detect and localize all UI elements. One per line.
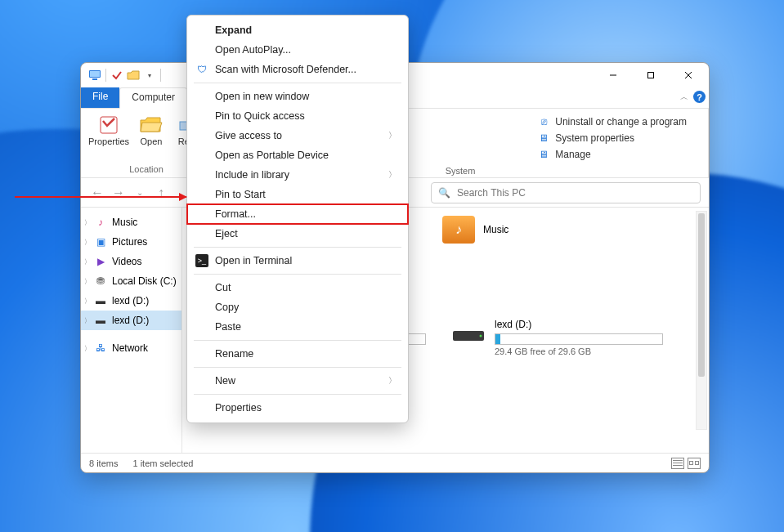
drive-free-text: 29.4 GB free of 29.6 GB (495, 345, 663, 356)
ctx-pin-to-start[interactable]: Pin to Start (187, 185, 408, 204)
drive-usage-bar (495, 333, 663, 345)
expand-caret-icon[interactable]: 〉 (84, 218, 91, 227)
ribbon-manage[interactable]: 🖥Manage (537, 148, 687, 161)
expand-caret-icon[interactable]: 〉 (84, 238, 91, 247)
sidebar-item-pictures[interactable]: 〉▣Pictures (81, 232, 181, 252)
ribbon-properties-label: Properties (88, 136, 129, 146)
ctx-paste[interactable]: Paste (187, 317, 408, 337)
folder-qat-icon[interactable] (126, 68, 141, 83)
ctx-cut[interactable]: Cut (187, 278, 408, 297)
expand-caret-icon[interactable]: 〉 (84, 344, 91, 353)
ctx-item-label: Include in library (215, 169, 289, 181)
tab-file[interactable]: File (81, 87, 119, 108)
expand-caret-icon[interactable]: 〉 (84, 316, 91, 325)
quick-access-toolbar: ▾ (83, 68, 163, 83)
network-icon: 🖧 (94, 342, 107, 355)
search-box[interactable]: 🔍 Search This PC (431, 182, 701, 203)
vertical-scrollbar[interactable] (696, 211, 707, 430)
ctx-open-autoplay[interactable]: Open AutoPlay... (187, 40, 408, 60)
expand-caret-icon[interactable]: 〉 (84, 257, 91, 266)
ribbon-open[interactable]: Open (132, 112, 171, 146)
drive-lexd-d-[interactable]: lexd (D:)29.4 GB free of 29.6 GB (450, 319, 663, 356)
ctx-rename[interactable]: Rename (187, 344, 408, 364)
expand-caret-icon[interactable]: 〉 (84, 277, 91, 286)
qat-dropdown-icon[interactable]: ▾ (142, 68, 157, 83)
ctx-item-label: Eject (215, 228, 238, 239)
ctx-item-label: Rename (215, 348, 253, 360)
sidebar-item-lexd-d-[interactable]: 〉▬lexd (D:) (81, 311, 181, 330)
context-separator (194, 394, 401, 395)
ribbon-open-label: Open (141, 136, 163, 146)
collapse-ribbon-icon[interactable]: ︿ (680, 92, 688, 103)
icons-view-button[interactable] (688, 458, 701, 469)
help-icon[interactable]: ? (693, 91, 706, 103)
ctx-item-label: Properties (215, 402, 262, 414)
ctx-item-label: Open in Terminal (215, 255, 292, 266)
music-icon: ♪ (94, 216, 107, 229)
sidebar-item-network[interactable]: 〉🖧Network (81, 338, 181, 358)
videos-icon: ▶ (94, 255, 107, 268)
monitor-icon[interactable] (87, 68, 102, 83)
ctx-scan-with-microsoft-defender[interactable]: 🛡Scan with Microsoft Defender... (187, 60, 408, 79)
ctx-eject[interactable]: Eject (187, 224, 408, 244)
usb-icon: ▬ (94, 294, 107, 307)
sidebar-item-music[interactable]: 〉♪Music (81, 212, 181, 232)
context-separator (194, 274, 401, 275)
window-controls (594, 63, 707, 87)
ctx-copy[interactable]: Copy (187, 297, 408, 317)
details-view-button[interactable] (671, 458, 684, 469)
status-bar: 8 items 1 item selected (81, 453, 709, 472)
ctx-new[interactable]: New〉 (187, 371, 408, 391)
uninstall-icon: ⎚ (537, 115, 550, 128)
svg-rect-2 (92, 78, 97, 80)
manage-icon: 🖥 (537, 148, 550, 161)
expand-caret-icon[interactable]: 〉 (84, 297, 91, 306)
check-icon[interactable] (110, 68, 124, 83)
ctx-open-as-portable-device[interactable]: Open as Portable Device (187, 145, 408, 165)
context-separator (194, 367, 401, 368)
ctx-open-in-new-window[interactable]: Open in new window (187, 87, 408, 106)
folder-music[interactable]: ♪Music (442, 212, 647, 247)
terminal-icon: >_ (195, 254, 208, 267)
maximize-button[interactable] (632, 63, 670, 87)
sidebar-item-videos[interactable]: 〉▶Videos (81, 252, 181, 271)
ctx-item-label: Give access to (215, 130, 282, 141)
ctx-item-label: Copy (215, 302, 239, 313)
ctx-item-label: Scan with Microsoft Defender... (215, 64, 356, 75)
ctx-item-label: Paste (215, 321, 241, 333)
usb-icon: ▬ (94, 314, 107, 327)
minimize-button[interactable] (594, 63, 632, 87)
sidebar-item-lexd-d-[interactable]: 〉▬lexd (D:) (81, 291, 181, 311)
ctx-include-in-library[interactable]: Include in library〉 (187, 165, 408, 185)
ctx-format[interactable]: Format... (187, 204, 408, 224)
ctx-item-label: Cut (215, 282, 231, 293)
nav-pane: 〉♪Music〉▣Pictures〉▶Videos〉⛃Local Disk (C… (81, 208, 182, 453)
context-separator (194, 340, 401, 341)
sidebar-item-label: Local Disk (C:) (112, 275, 177, 287)
ctx-expand[interactable]: Expand (187, 20, 408, 40)
sidebar-item-local-disk-c-[interactable]: 〉⛃Local Disk (C:) (81, 271, 181, 291)
sidebar-item-label: Pictures (112, 236, 147, 248)
ctx-item-label: New (215, 375, 235, 387)
scrollbar-thumb[interactable] (698, 213, 705, 377)
status-selected-count: 1 item selected (132, 458, 193, 468)
ribbon-uninstall[interactable]: ⎚Uninstall or change a program (537, 115, 687, 128)
folder-open-icon (139, 114, 164, 136)
sidebar-item-label: Videos (112, 256, 141, 267)
tab-computer[interactable]: Computer (119, 87, 187, 109)
sidebar-item-label: Network (112, 342, 148, 354)
close-button[interactable] (670, 63, 707, 87)
annotation-arrow (15, 196, 186, 198)
sidebar-item-label: lexd (D:) (112, 295, 149, 306)
context-menu: ExpandOpen AutoPlay...🛡Scan with Microso… (186, 15, 409, 423)
pictures-icon: ▣ (94, 235, 107, 248)
drive-icon (450, 319, 486, 345)
ctx-open-in-terminal[interactable]: >_Open in Terminal (187, 251, 408, 270)
ctx-item-label: Pin to Start (215, 189, 266, 200)
ctx-properties[interactable]: Properties (187, 398, 408, 418)
ribbon-properties[interactable]: Properties (89, 112, 128, 146)
ctx-give-access-to[interactable]: Give access to〉 (187, 126, 408, 145)
ctx-pin-to-quick-access[interactable]: Pin to Quick access (187, 106, 408, 126)
ribbon-sysprops[interactable]: 🖥System properties (537, 132, 687, 145)
status-item-count: 8 items (89, 458, 118, 468)
